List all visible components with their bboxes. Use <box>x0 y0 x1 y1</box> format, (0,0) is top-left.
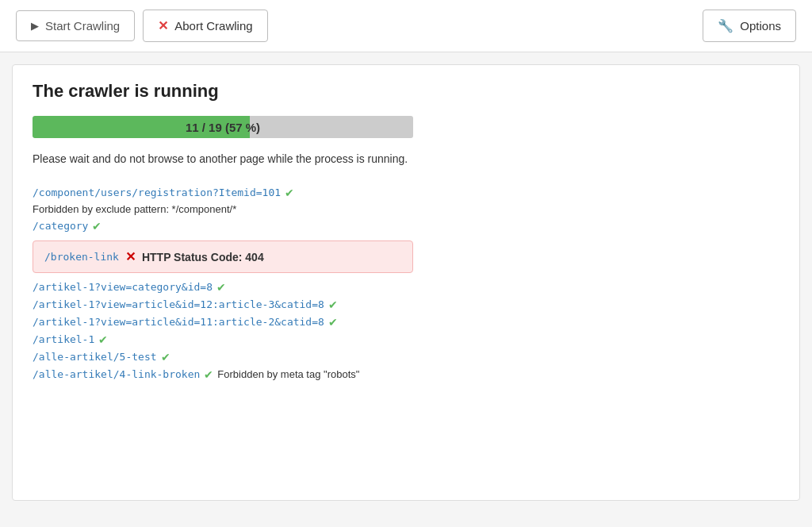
abort-crawling-label: Abort Crawling <box>174 19 252 33</box>
log-entry-error: /broken-link ✕ HTTP Status Code: 404 <box>33 237 413 276</box>
crawl-log: /component/users/registration?Itemid=101… <box>33 187 413 381</box>
log-entry: /alle-artikel/5-test ✔ <box>33 351 413 364</box>
check-icon: ✔ <box>204 368 213 381</box>
check-icon: ✔ <box>328 316 338 329</box>
check-icon: ✔ <box>98 333 108 346</box>
log-url: /component/users/registration?Itemid=101 <box>33 187 281 198</box>
log-url: /alle-artikel/5-test <box>33 351 157 363</box>
log-entry: /artikel-1?view=article&id=11:article-2&… <box>33 316 413 329</box>
log-entry: /category ✔ <box>33 220 413 233</box>
log-url: /artikel-1 <box>33 333 94 345</box>
check-icon: ✔ <box>161 351 170 364</box>
log-entry: /alle-artikel/4-link-broken ✔ Forbidden … <box>33 368 413 381</box>
progress-container: 11 / 19 (57 %) <box>33 116 413 138</box>
log-url: /artikel-1?view=article&id=12:article-3&… <box>33 298 324 310</box>
log-url: /broken-link <box>44 251 119 263</box>
check-icon: ✔ <box>285 187 294 199</box>
main-content: The crawler is running 11 / 19 (57 %) Pl… <box>12 64 800 501</box>
progress-bar: 11 / 19 (57 %) <box>33 116 413 138</box>
start-crawling-button[interactable]: ▶ Start Crawling <box>16 10 135 41</box>
abort-crawling-button[interactable]: ✕ Abort Crawling <box>143 10 267 42</box>
play-icon: ▶ <box>31 20 39 32</box>
log-entry: /artikel-1?view=article&id=12:article-3&… <box>33 298 413 311</box>
log-url: /artikel-1?view=article&id=11:article-2&… <box>33 316 324 328</box>
progress-label: 11 / 19 (57 %) <box>186 121 260 134</box>
log-url: /artikel-1?view=category&id=8 <box>33 281 213 293</box>
toolbar: ▶ Start Crawling ✕ Abort Crawling 🔧 Opti… <box>0 0 812 52</box>
options-button[interactable]: 🔧 Options <box>703 10 796 42</box>
check-icon: ✔ <box>92 220 102 233</box>
check-icon: ✔ <box>216 281 226 294</box>
log-url: /alle-artikel/4-link-broken <box>33 368 200 380</box>
error-box: /broken-link ✕ HTTP Status Code: 404 <box>33 240 413 273</box>
log-entry: /artikel-1 ✔ <box>33 333 413 346</box>
log-url: /category <box>33 220 88 232</box>
log-message: Forbidden by meta tag "robots" <box>217 368 359 380</box>
wrench-icon: 🔧 <box>718 18 733 33</box>
start-crawling-label: Start Crawling <box>45 19 120 33</box>
options-label: Options <box>740 19 781 33</box>
page-title: The crawler is running <box>33 81 779 102</box>
log-entry: /artikel-1?view=category&id=8 ✔ <box>33 281 413 294</box>
log-entry: /component/users/registration?Itemid=101… <box>33 187 413 215</box>
error-x-icon: ✕ <box>125 249 136 264</box>
error-message: HTTP Status Code: 404 <box>142 251 264 264</box>
log-message: Forbidden by exclude pattern: */componen… <box>33 203 236 215</box>
wait-message: Please wait and do not browse to another… <box>33 151 413 167</box>
x-icon: ✕ <box>158 18 168 33</box>
check-icon: ✔ <box>328 298 338 311</box>
